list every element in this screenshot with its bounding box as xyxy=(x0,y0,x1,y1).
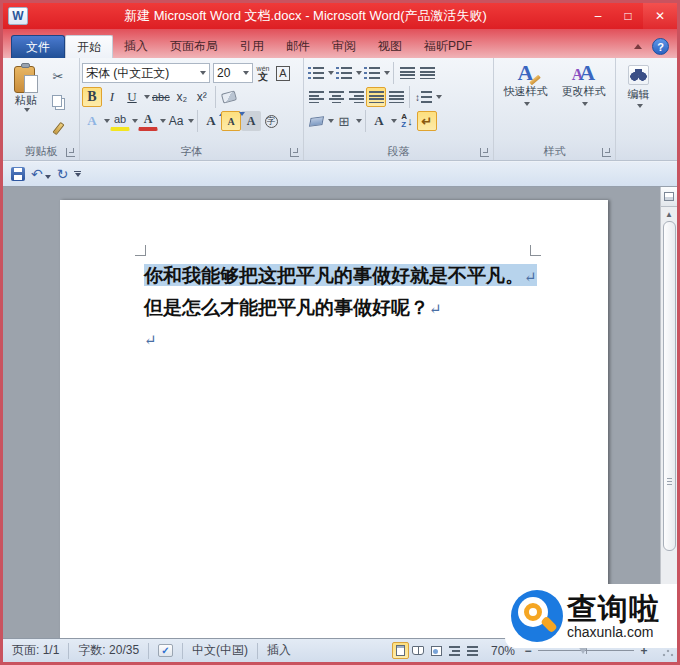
styles-dialog-launcher[interactable] xyxy=(602,148,611,157)
word-app-icon[interactable]: W xyxy=(8,7,28,25)
language-status[interactable]: 中文(中国) xyxy=(183,643,258,659)
show-hide-marks-button[interactable]: ↵ xyxy=(417,111,437,131)
ribbon: 粘贴 ✂ 剪贴板 宋体 (中文正文) xyxy=(3,58,677,161)
text-effects-button[interactable]: A xyxy=(82,111,102,131)
align-center-button[interactable] xyxy=(326,87,346,107)
numbering-icon xyxy=(336,67,352,79)
sort-icon: AZ↓ xyxy=(401,113,412,129)
paragraph-3[interactable]: ↵ xyxy=(144,324,537,354)
character-border-button[interactable]: A xyxy=(273,63,293,83)
tab-file[interactable]: 文件 xyxy=(11,35,65,58)
bullets-button[interactable] xyxy=(306,63,326,83)
web-layout-view-button[interactable] xyxy=(428,642,445,659)
undo-dropdown[interactable] xyxy=(45,175,51,179)
tab-foxit-pdf[interactable]: 福昕PDF xyxy=(413,35,483,58)
page-number-status[interactable]: 页面: 1/1 xyxy=(3,643,69,659)
tab-references[interactable]: 引用 xyxy=(229,35,275,58)
line-spacing-dropdown[interactable] xyxy=(436,95,442,99)
align-right-button[interactable] xyxy=(346,87,366,107)
increase-indent-button[interactable] xyxy=(417,63,437,83)
tab-insert[interactable]: 插入 xyxy=(113,35,159,58)
save-button[interactable] xyxy=(11,167,25,181)
multilevel-list-button[interactable] xyxy=(362,63,382,83)
ruler-toggle-button[interactable] xyxy=(661,187,678,207)
tab-view[interactable]: 视图 xyxy=(367,35,413,58)
fullscreen-reading-view-button[interactable] xyxy=(410,642,427,659)
phonetic-guide-icon: wén文 xyxy=(257,65,270,82)
distribute-icon xyxy=(389,91,404,103)
grow-font-button[interactable]: A xyxy=(201,111,221,131)
close-button[interactable]: ✕ xyxy=(643,3,677,29)
font-name-combo[interactable]: 宋体 (中文正文) xyxy=(82,63,210,83)
font-color-button[interactable]: A xyxy=(138,111,158,131)
enclose-characters-button[interactable]: 字 xyxy=(261,111,281,131)
editing-menu-button[interactable]: 编辑 xyxy=(618,61,659,108)
paste-button[interactable]: 粘贴 xyxy=(5,61,47,143)
sort-button[interactable]: AZ↓ xyxy=(397,111,417,131)
scroll-up-button[interactable]: ▲ xyxy=(665,207,673,221)
justify-button[interactable] xyxy=(366,87,386,107)
highlight-color-button[interactable]: ab xyxy=(110,111,130,131)
paragraph-1[interactable]: 你和我能够把这把平凡的事做好就是不平凡。↵ xyxy=(144,260,537,292)
maximize-button[interactable]: □ xyxy=(613,3,643,29)
format-painter-button[interactable] xyxy=(47,118,69,138)
draft-view-button[interactable] xyxy=(464,642,481,659)
align-left-icon xyxy=(309,91,324,103)
copy-icon xyxy=(52,95,62,107)
vertical-scrollbar[interactable]: ▲ ▼ xyxy=(660,187,677,638)
copy-button[interactable] xyxy=(47,92,69,112)
underline-button[interactable]: U xyxy=(122,87,142,107)
collapse-ribbon-button[interactable] xyxy=(628,37,648,55)
italic-button[interactable]: I xyxy=(102,87,122,107)
change-styles-button[interactable]: AA 更改样式 xyxy=(556,61,612,143)
document-text[interactable]: 你和我能够把这把平凡的事做好就是不平凡。↵ 但是怎么才能把平凡的事做好呢？↵ ↵ xyxy=(144,260,537,354)
spellcheck-status[interactable]: ✓ xyxy=(149,643,183,659)
tab-page-layout[interactable]: 页面布局 xyxy=(159,35,229,58)
borders-button[interactable]: ⊞ xyxy=(334,111,354,131)
phonetic-guide-button[interactable]: wén文 xyxy=(253,63,273,83)
align-left-button[interactable] xyxy=(306,87,326,107)
minimize-button[interactable]: – xyxy=(583,3,613,29)
font-dialog-launcher[interactable] xyxy=(290,148,299,157)
document-page[interactable]: 你和我能够把这把平凡的事做好就是不平凡。↵ 但是怎么才能把平凡的事做好呢？↵ ↵ xyxy=(60,200,608,638)
print-layout-view-button[interactable] xyxy=(392,642,409,659)
strikethrough-button[interactable]: abc xyxy=(150,87,172,107)
paragraph-dialog-launcher[interactable] xyxy=(480,148,489,157)
bold-button[interactable]: B xyxy=(82,87,102,107)
outline-view-button[interactable] xyxy=(446,642,463,659)
borders-dropdown[interactable] xyxy=(356,119,362,123)
distribute-button[interactable] xyxy=(386,87,406,107)
redo-button[interactable]: ↻ xyxy=(57,167,69,181)
multilevel-dropdown[interactable] xyxy=(384,71,390,75)
line-spacing-button[interactable]: ↕ xyxy=(413,87,434,107)
shading-button[interactable] xyxy=(306,111,326,131)
clipboard-dialog-launcher[interactable] xyxy=(66,148,75,157)
scrollbar-thumb[interactable] xyxy=(663,221,676,551)
asian-layout-button[interactable]: A xyxy=(369,111,389,131)
insert-mode-status[interactable]: 插入 xyxy=(258,643,300,659)
quick-styles-button[interactable]: A 快速样式 xyxy=(498,61,554,143)
numbering-button[interactable] xyxy=(334,63,354,83)
superscript-button[interactable]: x² xyxy=(192,87,212,107)
clear-formatting-button[interactable] xyxy=(219,87,239,107)
styles-group-label: 样式 xyxy=(544,144,566,159)
change-case-dropdown[interactable] xyxy=(188,119,194,123)
subscript-button[interactable]: x₂ xyxy=(172,87,192,107)
shrink-font-button[interactable]: A xyxy=(221,111,241,131)
zoom-track[interactable] xyxy=(538,650,634,651)
selected-text[interactable]: 你和我能够把这把平凡的事做好就是不平凡。↵ xyxy=(144,264,537,286)
paste-dropdown[interactable] xyxy=(24,108,30,112)
tab-home[interactable]: 开始 xyxy=(65,35,113,58)
tab-review[interactable]: 审阅 xyxy=(321,35,367,58)
word-count-status[interactable]: 字数: 20/35 xyxy=(69,643,149,659)
font-group-label: 字体 xyxy=(181,144,203,159)
tab-mailings[interactable]: 邮件 xyxy=(275,35,321,58)
undo-button[interactable]: ↶ xyxy=(31,165,51,183)
qat-customize-button[interactable] xyxy=(74,171,81,177)
change-case-button[interactable]: Aa xyxy=(166,111,186,131)
cut-button[interactable]: ✂ xyxy=(47,66,69,86)
decrease-indent-button[interactable] xyxy=(397,63,417,83)
font-size-combo[interactable]: 20 xyxy=(213,63,253,83)
help-button[interactable]: ? xyxy=(652,38,669,55)
paragraph-2[interactable]: 但是怎么才能把平凡的事做好呢？↵ xyxy=(144,292,537,324)
